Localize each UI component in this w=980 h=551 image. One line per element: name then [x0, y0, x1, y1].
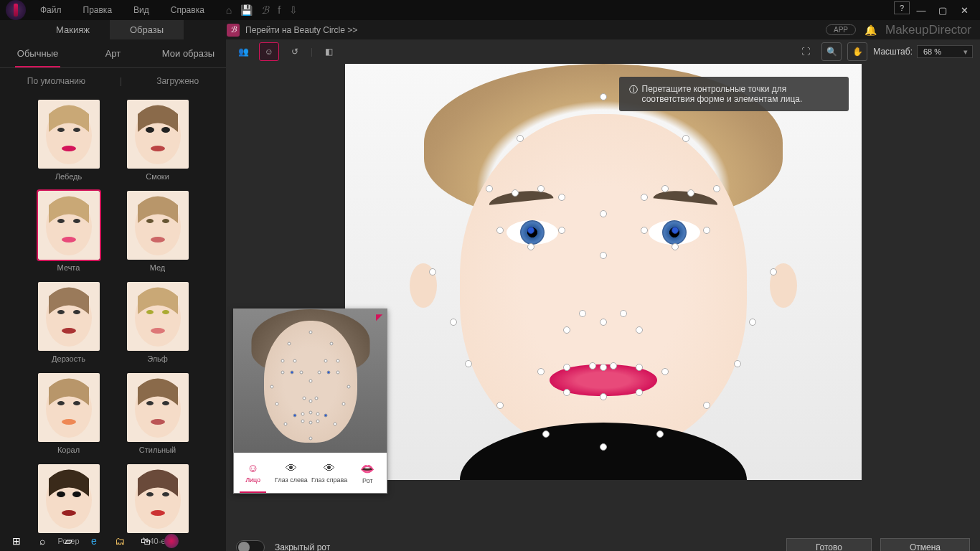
preset-item[interactable]: Смоки	[127, 100, 189, 181]
control-point[interactable]	[672, 243, 679, 250]
control-point[interactable]	[641, 194, 648, 201]
control-point[interactable]	[600, 364, 607, 371]
edge-icon[interactable]: e	[82, 532, 106, 550]
control-point[interactable]	[687, 189, 694, 197]
mini-close-icon[interactable]: ◤	[376, 312, 382, 322]
control-point[interactable]	[703, 227, 710, 234]
facebook-icon[interactable]: f	[278, 4, 281, 17]
control-point[interactable]	[558, 194, 565, 201]
tab-looks[interactable]: Образы	[110, 20, 184, 39]
control-point[interactable]	[682, 135, 689, 142]
control-point[interactable]	[465, 360, 472, 367]
control-point[interactable]	[496, 402, 504, 409]
down-icon[interactable]: ⇩	[289, 4, 298, 17]
control-point[interactable]	[641, 227, 648, 234]
help-button[interactable]: ?	[894, 1, 910, 14]
task-view-icon[interactable]: ▱	[56, 532, 80, 550]
control-point[interactable]	[496, 227, 504, 234]
preset-item[interactable]: Лебедь	[38, 100, 100, 181]
preset-item[interactable]: Корал	[38, 373, 100, 454]
preset-item[interactable]: Мед	[127, 191, 189, 272]
control-point[interactable]	[703, 402, 710, 409]
control-point[interactable]	[600, 319, 607, 326]
control-point[interactable]	[527, 227, 534, 234]
control-point[interactable]	[558, 227, 565, 234]
menu-edit[interactable]: Правка	[83, 5, 113, 15]
control-point[interactable]	[770, 268, 777, 276]
control-point[interactable]	[563, 364, 570, 371]
control-point[interactable]	[563, 389, 570, 396]
explorer-icon[interactable]: 🗂	[108, 532, 132, 550]
beauty-circle-link[interactable]: ℬ Перейти на Beauty Circle >>	[227, 24, 357, 37]
sidebar-subtab-default[interactable]: По умолчанию	[10, 76, 103, 86]
control-point[interactable]	[589, 362, 596, 369]
control-point[interactable]	[661, 185, 669, 192]
menu-help[interactable]: Справка	[171, 5, 204, 15]
control-point[interactable]	[512, 189, 519, 197]
control-point[interactable]	[542, 430, 550, 438]
control-point[interactable]	[620, 310, 627, 317]
control-point[interactable]	[563, 326, 570, 334]
magnify-icon[interactable]: 🔍	[821, 42, 842, 61]
sidebar-tab-regular[interactable]: Обычные	[0, 39, 75, 67]
preset-item[interactable]: Стильный	[127, 373, 189, 454]
history-icon[interactable]: ↺	[285, 42, 305, 61]
control-point[interactable]	[600, 210, 607, 217]
control-point[interactable]	[537, 185, 545, 192]
done-button[interactable]: Готово	[786, 538, 872, 551]
control-point[interactable]	[600, 93, 607, 100]
save-icon[interactable]: 💾	[240, 4, 253, 17]
control-point[interactable]	[749, 319, 756, 326]
home-icon[interactable]: ⌂	[226, 4, 232, 17]
mini-tab-face[interactable]: ☺Лицо	[234, 453, 272, 493]
control-point[interactable]	[661, 368, 669, 375]
control-point[interactable]	[672, 227, 679, 234]
close-button[interactable]: ✕	[954, 1, 974, 19]
control-point[interactable]	[537, 368, 545, 375]
closed-mouth-toggle[interactable]	[236, 540, 265, 551]
fullscreen-icon[interactable]: ⛶	[796, 42, 816, 61]
start-button[interactable]: ⊞	[4, 532, 29, 550]
control-point[interactable]	[579, 310, 586, 317]
app-badge[interactable]: APP	[826, 24, 856, 35]
control-point[interactable]	[610, 362, 617, 369]
tab-makeup[interactable]: Макияж	[36, 20, 110, 39]
canvas[interactable]: Перетащите контрольные точки для соответ…	[226, 64, 980, 534]
control-point[interactable]	[636, 364, 643, 371]
control-point[interactable]	[636, 326, 643, 334]
control-point[interactable]	[600, 252, 607, 259]
control-point[interactable]	[734, 360, 741, 367]
mini-tab-eye-left[interactable]: 👁Глаз слева	[272, 453, 310, 493]
preset-item[interactable]: Эльф	[127, 282, 189, 363]
control-point[interactable]	[450, 319, 457, 326]
people-icon[interactable]: 👥	[233, 42, 253, 61]
face-points-icon[interactable]: ☺	[259, 42, 279, 61]
control-point[interactable]	[713, 185, 720, 192]
zoom-select[interactable]: 68 %	[917, 45, 973, 58]
app-taskbar-icon[interactable]	[159, 532, 184, 550]
pan-icon[interactable]: ✋	[847, 42, 867, 61]
control-point[interactable]	[636, 389, 643, 396]
cancel-button[interactable]: Отмена	[880, 538, 970, 551]
sidebar-tab-art[interactable]: Арт	[75, 39, 151, 67]
menu-view[interactable]: Вид	[133, 5, 149, 15]
sidebar-tab-my[interactable]: Мои образы	[151, 39, 226, 67]
control-point[interactable]	[429, 268, 436, 276]
menu-file[interactable]: Файл	[40, 5, 62, 15]
mini-tab-mouth[interactable]: 👄Рот	[349, 453, 387, 493]
bc-icon[interactable]: ℬ	[261, 4, 269, 17]
preset-item[interactable]: Мечта	[38, 191, 100, 272]
mini-tab-eye-right[interactable]: 👁Глаз справа	[311, 453, 349, 493]
control-point[interactable]	[527, 243, 534, 250]
minimize-button[interactable]: —	[911, 1, 931, 19]
control-point[interactable]	[656, 430, 664, 438]
compare-icon[interactable]: ◧	[319, 42, 339, 61]
search-icon[interactable]: ⌕	[30, 532, 55, 550]
bell-icon[interactable]: 🔔	[864, 24, 877, 36]
control-point[interactable]	[600, 393, 607, 400]
sidebar-subtab-downloaded[interactable]: Загружено	[139, 76, 216, 86]
control-point[interactable]	[486, 185, 493, 192]
control-point[interactable]	[600, 443, 607, 451]
control-point[interactable]	[517, 135, 524, 142]
preset-item[interactable]: Дерзость	[38, 282, 100, 363]
